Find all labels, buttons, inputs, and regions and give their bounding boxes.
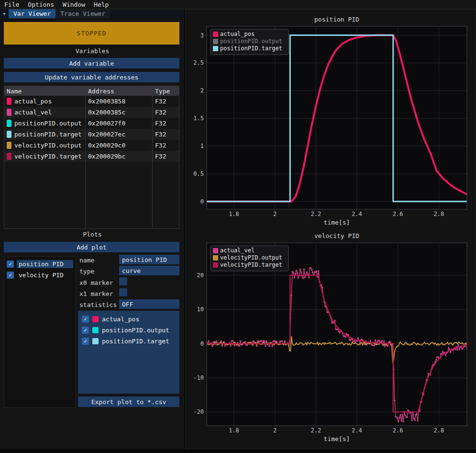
var-color-swatch[interactable]: [7, 131, 11, 138]
plot-list-item-position-pid[interactable]: ✓position PID: [6, 259, 74, 270]
column-header-type: Type: [153, 86, 179, 96]
export-csv-button[interactable]: Export plot to *.csv: [78, 396, 179, 407]
var-name-cell[interactable]: positionPID.target: [4, 129, 86, 140]
series-color-swatch[interactable]: [92, 327, 99, 333]
statistics-label: statistics: [79, 301, 117, 308]
var-type-cell[interactable]: F32: [153, 151, 179, 162]
svg-text:actual_pos: actual_pos: [220, 31, 255, 37]
svg-text:-20: -20: [193, 408, 204, 415]
var-name-cell[interactable]: velocityPID.target: [4, 151, 86, 162]
column-header-name: Name: [4, 86, 86, 96]
var-address-cell[interactable]: 0x20003858: [86, 96, 153, 107]
var-color-swatch[interactable]: [7, 142, 11, 149]
window-bottom-edge: [0, 449, 476, 453]
series-item-positionpid-target[interactable]: ✓positionPID.target: [78, 336, 179, 347]
x1-marker-checkbox[interactable]: [119, 288, 127, 296]
var-name-label: actual_vel: [14, 109, 52, 116]
table-filler: [4, 162, 86, 228]
plot-type-select[interactable]: curve: [119, 266, 179, 275]
svg-text:1.5: 1.5: [193, 115, 204, 122]
svg-text:3: 3: [200, 32, 204, 39]
svg-text:2: 2: [273, 211, 277, 217]
var-type-cell[interactable]: F32: [153, 129, 179, 140]
series-label: positionPID.target: [102, 338, 169, 345]
series-item-actual-pos[interactable]: ✓actual_pos: [78, 314, 179, 325]
variables-table: NameAddressTypeactual_pos0x20003858F32ac…: [4, 86, 179, 229]
var-name-cell[interactable]: velocityPID.output: [4, 140, 86, 151]
svg-text:0: 0: [200, 340, 204, 347]
svg-text:2: 2: [273, 427, 277, 434]
var-type-cell[interactable]: F32: [153, 118, 179, 129]
var-name-cell[interactable]: actual_vel: [4, 107, 86, 118]
series-checkbox[interactable]: ✓: [82, 338, 89, 345]
series-checkbox[interactable]: ✓: [82, 316, 89, 323]
svg-text:time[s]: time[s]: [324, 435, 350, 442]
svg-text:2.2: 2.2: [310, 211, 321, 217]
var-name-cell[interactable]: actual_pos: [4, 96, 86, 107]
var-name-label: positionPID.output: [14, 120, 82, 127]
plot-series-list: ✓actual_pos✓positionPID.output✓positionP…: [78, 311, 179, 394]
series-color-swatch[interactable]: [92, 338, 99, 344]
var-address-cell[interactable]: 0x200027f0: [86, 118, 153, 129]
svg-text:10: 10: [197, 306, 204, 313]
plot-name-value: position PID: [122, 256, 167, 263]
svg-text:2.8: 2.8: [433, 427, 444, 434]
plot-visible-checkbox[interactable]: ✓: [7, 260, 14, 268]
svg-text:1.8: 1.8: [229, 427, 239, 434]
acquisition-status-button[interactable]: STOPPED: [4, 22, 179, 45]
plot-visible-checkbox[interactable]: ✓: [7, 272, 14, 279]
x0-marker-label: x0 marker: [79, 279, 113, 286]
series-label: actual_pos: [102, 316, 139, 323]
series-label: positionPID.output: [102, 327, 169, 334]
svg-text:positionPID.output: positionPID.output: [220, 38, 282, 45]
svg-text:velocity PID: velocity PID: [314, 232, 359, 239]
series-color-swatch[interactable]: [92, 316, 99, 322]
var-color-swatch[interactable]: [7, 109, 11, 116]
var-address-cell[interactable]: 0x200027ec: [86, 129, 153, 140]
svg-text:velocityPID.target: velocityPID.target: [220, 261, 282, 268]
var-type-cell[interactable]: F32: [153, 140, 179, 151]
add-variable-button[interactable]: Add variable: [4, 58, 179, 68]
x1-marker-label: x1 marker: [79, 290, 113, 297]
svg-text:2: 2: [200, 87, 204, 94]
svg-text:2.4: 2.4: [352, 211, 362, 217]
svg-text:positionPID.target: positionPID.target: [220, 45, 282, 52]
var-name-label: positionPID.target: [14, 131, 82, 138]
svg-text:2.2: 2.2: [310, 427, 321, 434]
statistics-toggle[interactable]: OFF: [119, 299, 179, 309]
svg-text:2.5: 2.5: [193, 59, 204, 66]
svg-text:actual_vel: actual_vel: [220, 247, 255, 254]
velocity-pid-chart[interactable]: 1.822.22.42.62.8-20-1001020velocity PIDt…: [188, 229, 472, 444]
table-filler: [153, 162, 179, 228]
plots-section-header: Plots: [0, 231, 185, 238]
svg-text:velocityPID.output: velocityPID.output: [220, 254, 282, 261]
var-address-cell[interactable]: 0x200029c0: [86, 140, 153, 151]
position-pid-chart[interactable]: 1.822.22.42.62.800.511.522.53position PI…: [188, 13, 472, 227]
plot-name-label: name: [79, 257, 94, 264]
plot-list-item-velocity-pid[interactable]: ✓velocity PID: [6, 270, 74, 281]
series-checkbox[interactable]: ✓: [82, 327, 89, 334]
var-name-cell[interactable]: positionPID.output: [4, 118, 86, 129]
x0-marker-checkbox[interactable]: [119, 277, 127, 285]
var-color-swatch[interactable]: [7, 153, 11, 160]
svg-text:2.6: 2.6: [393, 427, 403, 434]
series-item-positionpid-output[interactable]: ✓positionPID.output: [78, 325, 179, 336]
svg-text:2.4: 2.4: [352, 427, 362, 434]
var-color-swatch[interactable]: [7, 120, 11, 127]
plot-name-input[interactable]: position PID: [119, 255, 179, 264]
svg-text:position PID: position PID: [314, 16, 359, 23]
svg-text:1.8: 1.8: [229, 211, 239, 217]
var-address-cell[interactable]: 0x200029bc: [86, 151, 153, 162]
plot-type-value: curve: [122, 267, 141, 274]
plot-type-label: type: [79, 268, 94, 275]
var-type-cell[interactable]: F32: [153, 107, 179, 118]
var-color-swatch[interactable]: [7, 98, 11, 105]
svg-text:1: 1: [200, 143, 204, 149]
var-type-cell[interactable]: F32: [153, 96, 179, 107]
update-variable-addresses-button[interactable]: Update variable addresses: [4, 72, 179, 82]
var-name-label: velocityPID.target: [14, 153, 82, 160]
add-plot-button[interactable]: Add plot: [4, 242, 179, 252]
column-header-address: Address: [86, 86, 153, 96]
plot-list-label: position PID: [17, 260, 73, 268]
var-address-cell[interactable]: 0x2000385c: [86, 107, 153, 118]
